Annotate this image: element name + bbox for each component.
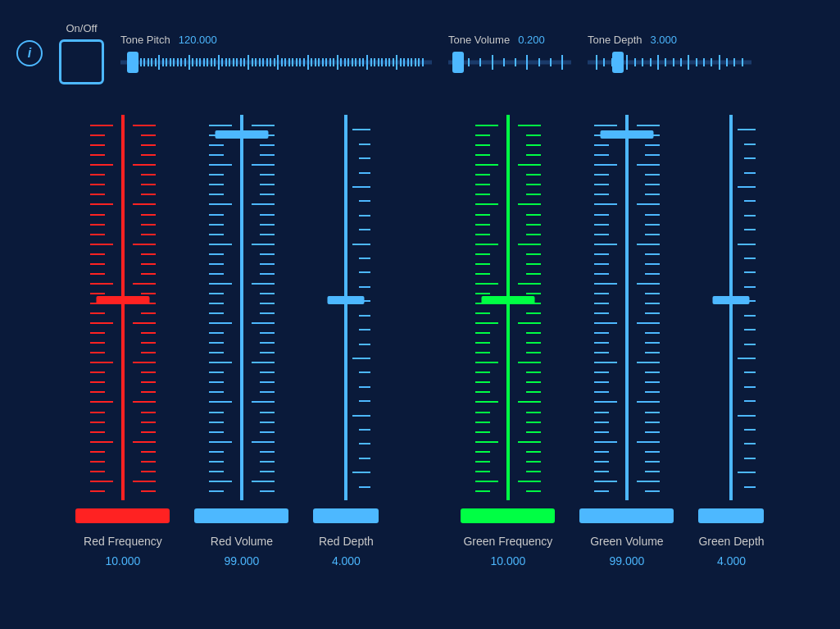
depth-thumb[interactable] (612, 52, 624, 73)
green-frequency-value: 10.000 (490, 554, 525, 567)
green-frequency-name: Green Frequency (463, 535, 552, 548)
red-frequency-slider[interactable] (90, 115, 156, 500)
green-depth-name: Green Depth (698, 535, 764, 548)
tone-volume-value: 0.200 (518, 34, 545, 46)
red-frequency-col: Red Frequency 10.000 (75, 115, 170, 567)
red-depth-slider[interactable] (321, 115, 370, 500)
tone-pitch-section: Tone Pitch 120.000 (120, 34, 432, 74)
tone-depth-section: Tone Depth 3.000 (588, 34, 751, 74)
green-volume-name: Green Volume (590, 535, 664, 548)
green-depth-bottom-bar (698, 508, 764, 523)
red-depth-name: Red Depth (319, 535, 374, 548)
tone-pitch-slider[interactable] (120, 51, 432, 74)
red-volume-col: Red Volume 99.000 (194, 115, 288, 567)
green-depth-value: 4.000 (717, 554, 746, 567)
green-depth-col: Green Depth 4.000 (698, 115, 764, 567)
green-depth-thumb[interactable] (713, 296, 750, 304)
tone-pitch-value: 120.000 (179, 34, 217, 46)
red-volume-value: 99.000 (224, 554, 259, 567)
pitch-thumb[interactable] (127, 52, 138, 73)
on-off-label: On/Off (66, 22, 97, 34)
green-depth-ticks (706, 115, 756, 500)
red-depth-bottom-bar (313, 508, 379, 523)
tone-volume-slider[interactable] (448, 51, 571, 74)
red-frequency-name: Red Frequency (84, 535, 162, 548)
on-off-section: On/Off (59, 22, 104, 84)
red-vol-thumb[interactable] (215, 130, 268, 139)
green-freq-bottom-bar (461, 508, 555, 523)
tone-depth-slider[interactable] (588, 51, 751, 74)
red-freq-ticks (90, 115, 156, 500)
red-volume-name: Red Volume (211, 535, 273, 548)
info-icon[interactable]: i (16, 40, 43, 66)
red-vol-bottom-bar (194, 508, 288, 523)
red-freq-bottom-bar (75, 508, 170, 523)
green-vol-bottom-bar (579, 508, 674, 523)
green-volume-value: 99.000 (609, 554, 644, 567)
tone-depth-label: Tone Depth (588, 34, 642, 46)
red-volume-slider[interactable] (209, 115, 275, 500)
main-sliders-area: Red Frequency 10.000 Red Volume 99.000 R… (0, 107, 840, 584)
red-depth-value: 4.000 (332, 554, 361, 567)
red-frequency-value: 10.000 (105, 554, 140, 567)
green-volume-col: Green Volume 99.000 (579, 115, 674, 567)
green-volume-slider[interactable] (594, 115, 660, 500)
red-depth-col: Red Depth 4.000 (313, 115, 379, 567)
green-freq-ticks (475, 115, 541, 500)
green-frequency-col: Green Frequency 10.000 (461, 115, 555, 567)
on-off-toggle[interactable] (59, 39, 104, 84)
red-depth-ticks (321, 115, 370, 500)
green-freq-thumb[interactable] (481, 296, 534, 304)
red-freq-thumb[interactable] (96, 296, 149, 304)
tone-volume-section: Tone Volume 0.200 (448, 34, 571, 74)
tone-pitch-label: Tone Pitch (120, 34, 170, 46)
tone-depth-value: 3.000 (651, 34, 678, 46)
volume-thumb[interactable] (452, 52, 464, 73)
red-vol-ticks (209, 115, 275, 500)
top-bar: i On/Off Tone Pitch 120.000 Tone Volume … (0, 0, 840, 107)
green-vol-thumb[interactable] (600, 130, 653, 139)
red-depth-thumb[interactable] (328, 296, 365, 304)
green-frequency-slider[interactable] (475, 115, 541, 500)
green-depth-slider[interactable] (706, 115, 756, 500)
green-vol-ticks (594, 115, 660, 500)
tone-volume-label: Tone Volume (448, 34, 510, 46)
